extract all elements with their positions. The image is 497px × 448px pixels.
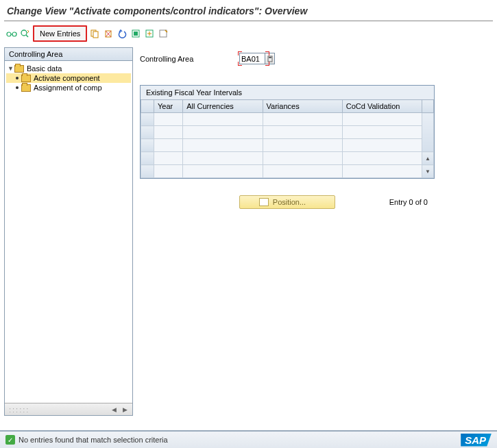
scroll-left-icon[interactable]: ◀ xyxy=(109,405,119,414)
cell[interactable] xyxy=(154,113,183,126)
undo-icon[interactable] xyxy=(116,27,128,40)
bullet-icon xyxy=(16,77,19,79)
row-selector[interactable] xyxy=(141,139,154,152)
cell[interactable] xyxy=(342,113,422,126)
svg-rect-11 xyxy=(269,57,271,58)
content-area: Controlling Area ▼ Basic data Activate c… xyxy=(0,47,497,416)
glasses-icon[interactable] xyxy=(5,27,18,40)
find-icon[interactable] xyxy=(19,27,32,40)
scroll-down-icon[interactable]: ▼ xyxy=(422,165,434,178)
select-all-icon[interactable] xyxy=(130,27,142,40)
table-title: Existing Fiscal Year Intervals xyxy=(141,86,434,99)
cell[interactable] xyxy=(183,113,263,126)
row-selector[interactable] xyxy=(141,165,154,178)
select-block-icon[interactable] xyxy=(143,27,156,40)
sap-logo: SAP xyxy=(461,434,492,447)
status-check-icon: ✓ xyxy=(5,435,15,445)
sidebar: Controlling Area ▼ Basic data Activate c… xyxy=(4,47,133,416)
cell[interactable] xyxy=(154,126,183,139)
delete-icon[interactable] xyxy=(102,27,114,40)
controlling-area-input[interactable] xyxy=(239,53,265,64)
folder-open-icon xyxy=(14,65,24,73)
collapse-icon[interactable]: ▼ xyxy=(8,65,14,72)
cell[interactable] xyxy=(263,152,342,165)
cell[interactable] xyxy=(183,165,263,178)
cell[interactable] xyxy=(183,152,263,165)
row-selector[interactable] xyxy=(141,113,154,126)
bullet-icon xyxy=(16,86,19,89)
cell[interactable] xyxy=(183,139,263,152)
svg-rect-4 xyxy=(93,32,98,38)
entry-count: Entry 0 of 0 xyxy=(389,198,428,206)
new-entries-button[interactable]: New Entries xyxy=(33,25,87,42)
sidebar-hscroll: :::::: ◀ ▶ xyxy=(5,403,132,415)
folder-icon xyxy=(21,75,31,82)
col-variances[interactable]: Variances xyxy=(263,100,342,113)
vscroll-header xyxy=(422,100,434,113)
status-message: No entries found that match selection cr… xyxy=(19,436,168,444)
tree-node-basic-data[interactable]: ▼ Basic data xyxy=(6,64,131,73)
position-row: Position... Entry 0 of 0 xyxy=(140,195,435,209)
cell[interactable] xyxy=(342,139,422,152)
controlling-area-label: Controlling Area xyxy=(140,55,239,63)
table-corner[interactable] xyxy=(141,100,154,113)
toolbar: New Entries xyxy=(0,21,497,47)
col-year[interactable]: Year xyxy=(154,100,183,113)
position-button[interactable]: Position... xyxy=(239,195,335,209)
copy-icon[interactable] xyxy=(88,27,101,40)
row-selector[interactable] xyxy=(141,126,154,139)
cell[interactable] xyxy=(154,139,183,152)
tree-node-assignment[interactable]: Assignment of comp xyxy=(6,83,131,92)
main-panel: Controlling Area Existing Fiscal Year In… xyxy=(133,47,497,416)
cell[interactable] xyxy=(154,165,183,178)
cell[interactable] xyxy=(342,152,422,165)
vscroll-track[interactable] xyxy=(422,113,434,152)
tree: ▼ Basic data Activate component Assignme… xyxy=(5,61,132,403)
tree-node-activate-component[interactable]: Activate component xyxy=(6,73,131,83)
svg-point-2 xyxy=(21,30,27,36)
cell[interactable] xyxy=(342,126,422,139)
cell[interactable] xyxy=(183,126,263,139)
cell[interactable] xyxy=(342,165,422,178)
scroll-up-icon[interactable]: ▲ xyxy=(422,152,434,165)
fiscal-year-table: Existing Fiscal Year Intervals Year All … xyxy=(140,85,435,179)
sidebar-header: Controlling Area xyxy=(5,48,132,61)
col-cocd-validation[interactable]: CoCd Validation xyxy=(342,100,422,113)
col-all-currencies[interactable]: All Currencies xyxy=(183,100,263,113)
scroll-right-icon[interactable]: ▶ xyxy=(120,405,130,414)
controlling-area-row: Controlling Area xyxy=(140,53,490,64)
cell[interactable] xyxy=(263,139,342,152)
row-selector[interactable] xyxy=(141,152,154,165)
position-label: Position... xyxy=(273,198,306,206)
tree-label: Assignment of comp xyxy=(34,84,102,92)
page-title: Change View "Activate components/control… xyxy=(0,0,497,21)
position-icon xyxy=(259,198,269,206)
table-grid: Year All Currencies Variances CoCd Valid… xyxy=(141,99,434,178)
cell[interactable] xyxy=(263,113,342,126)
svg-rect-7 xyxy=(134,32,138,36)
folder-icon xyxy=(21,84,31,92)
tree-label: Basic data xyxy=(27,64,62,73)
tree-label: Activate component xyxy=(34,74,100,82)
deselect-all-icon[interactable] xyxy=(157,27,169,40)
status-bar: ✓ No entries found that match selection … xyxy=(0,430,497,448)
cell[interactable] xyxy=(263,165,342,178)
cell[interactable] xyxy=(154,152,183,165)
cell[interactable] xyxy=(263,126,342,139)
